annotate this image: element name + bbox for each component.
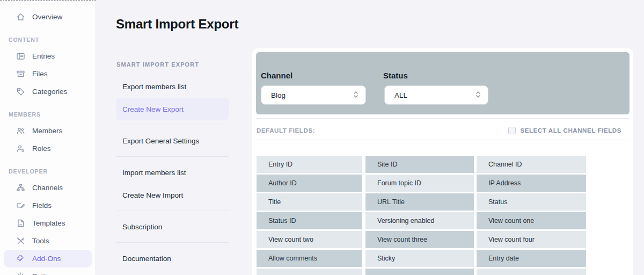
status-select[interactable]: ALL [384,85,488,105]
sidebar-item-label: Overview [32,13,62,21]
sidebar-item-label: Add-Ons [32,255,61,263]
sidebar-item-categories[interactable]: Categories [0,83,96,100]
templates-icon [16,219,25,228]
divider [116,211,229,211]
main-sidebar: Overview CONTENT Entries Files Categorie… [0,0,96,275]
sidebar-item-label: Channels [32,184,63,192]
field-cell-channel-id[interactable]: Channel ID [477,156,586,173]
select-arrows-icon [475,90,481,100]
sidebar-item-label: Templates [32,219,65,227]
field-cell-site-id[interactable]: Site ID [365,156,474,173]
sidebar-item-label: Categories [32,88,67,96]
tag-icon [16,87,25,96]
select-arrows-icon [353,90,359,100]
addon-subnav: SMART IMPORT EXPORT Export members list … [116,58,229,270]
fields-icon [16,201,25,210]
sidebar-item-settings[interactable]: Settings [0,267,96,275]
field-cell-allow-comments[interactable]: Allow comments [257,250,362,267]
puzzle-icon [16,254,25,263]
sidebar-item-label: Files [32,70,48,78]
field-cell-entry-date[interactable]: Entry date [477,250,586,267]
sidebar-item-templates[interactable]: Templates [0,214,96,232]
subnav-header: SMART IMPORT EXPORT [116,58,229,75]
channel-select-value: Blog [271,91,286,99]
sidebar-item-label: Roles [32,144,51,153]
select-all-checkbox[interactable] [508,127,516,134]
channel-select[interactable]: Blog [261,85,366,105]
files-icon [16,69,25,78]
field-cell-author-id[interactable]: Author ID [257,175,362,192]
divider [116,242,229,243]
status-label: Status [383,71,408,80]
divider [116,156,229,157]
sidebar-item-label: Entries [32,52,55,60]
sidebar-item-label: Members [32,127,62,135]
field-cell-status[interactable]: Status [477,193,586,211]
main-content: Smart Import Export SMART IMPORT EXPORT … [97,0,644,275]
subnav-item-create-new-import[interactable]: Create New Import [116,184,229,206]
fields-column-3: Channel ID IP Address Status View count … [477,156,586,275]
default-fields-heading: DEFAULT FIELDS: [257,124,315,137]
subnav-item-create-new-export[interactable]: Create New Export [116,98,229,120]
status-select-value: ALL [394,91,407,99]
sidebar-item-fields[interactable]: Fields [0,197,96,214]
field-cell-view-count-three[interactable]: View count three [365,231,474,248]
subnav-item-export-members-list[interactable]: Export members list [116,75,229,98]
page-title: Smart Import Export [116,17,238,32]
subnav-item-import-members-list[interactable]: Import members list [116,161,229,184]
field-cell-sticky[interactable]: Sticky [365,250,474,267]
sidebar-section-members: MEMBERS [0,100,96,122]
fields-column-1: Entry ID Author ID Title Status ID View … [257,156,362,275]
sidebar-item-roles[interactable]: Roles [0,140,96,157]
roles-icon [16,144,25,153]
subnav-item-subscription[interactable]: Subscription [116,215,229,238]
export-settings-card: Channel Blog Status ALL DEFAULT FIELDS: … [252,48,633,275]
field-cell-view-count-one[interactable]: View count one [477,212,586,229]
field-cell-title[interactable]: Title [257,193,362,211]
members-icon [16,126,25,135]
sidebar-section-content: CONTENT [0,26,96,47]
field-cell-versioning-enabled[interactable]: Versioning enabled [365,212,474,229]
divider [256,118,630,119]
field-cell-forum-topic-id[interactable]: Forum topic ID [365,175,474,192]
sidebar-section-developer: DEVELOPER [0,157,96,179]
field-cell-view-count-four[interactable]: View count four [477,231,586,248]
fields-column-2: Site ID Forum topic ID URL Title Version… [365,156,474,275]
filter-panel: Channel Blog Status ALL [256,52,630,114]
field-cell-partial[interactable] [257,269,362,275]
entries-icon [16,52,25,61]
subnav-item-documentation[interactable]: Documentation [116,247,229,270]
select-all-label: SELECT ALL CHANNEL FIELDS [520,127,621,134]
home-icon [16,12,25,21]
sidebar-item-tools[interactable]: Tools [0,232,96,250]
subnav-item-export-general-settings[interactable]: Export General Settings [116,129,229,152]
sidebar-item-label: Tools [32,237,49,245]
sidebar-item-label: Settings [32,272,58,275]
sidebar-item-add-ons[interactable]: Add-Ons [4,250,92,267]
tools-icon [16,236,25,245]
field-cell-entry-id[interactable]: Entry ID [257,156,362,173]
field-cell-partial[interactable] [477,269,586,275]
sidebar-item-entries[interactable]: Entries [0,47,96,65]
field-cell-partial[interactable] [365,269,474,275]
select-all-channel-fields[interactable]: SELECT ALL CHANNEL FIELDS [508,124,621,137]
sidebar-item-overview[interactable]: Overview [0,8,96,26]
channels-icon [16,183,25,192]
field-cell-ip-address[interactable]: IP Address [477,175,586,192]
divider [256,140,630,140]
sidebar-item-files[interactable]: Files [0,65,96,83]
field-cell-view-count-two[interactable]: View count two [257,231,362,248]
field-cell-url-title[interactable]: URL Title [365,193,474,211]
sidebar-item-channels[interactable]: Channels [0,179,96,197]
sidebar-item-members[interactable]: Members [0,122,96,140]
sidebar-item-label: Fields [32,201,52,209]
gear-icon [16,272,25,275]
field-cell-status-id[interactable]: Status ID [257,212,362,229]
channel-label: Channel [261,71,292,80]
divider [116,125,229,125]
